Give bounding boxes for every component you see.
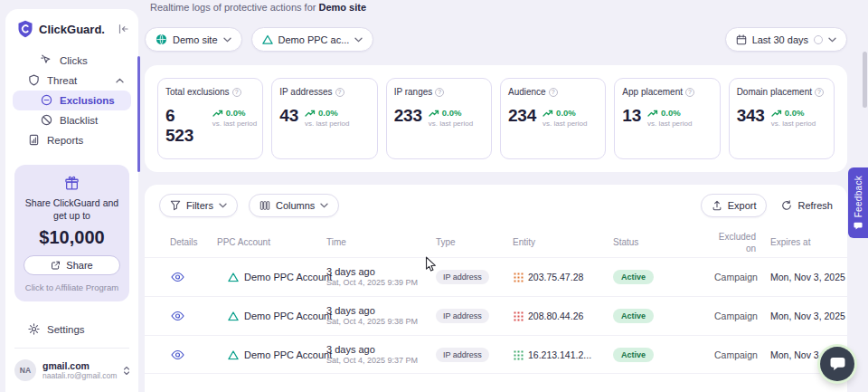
view-details-eye-icon[interactable]: [171, 272, 184, 282]
stat-trend: 0.0%: [785, 108, 805, 118]
stat-label: Audience: [508, 87, 546, 97]
google-ads-icon: [262, 34, 273, 44]
feedback-tab[interactable]: Feedback: [848, 167, 868, 238]
logo-row: ClickGuard.: [13, 18, 131, 51]
row-time: 3 days ago Sat, Oct 4, 2025 9:37 PM: [326, 344, 418, 366]
sidebar-item-settings[interactable]: Settings: [13, 318, 131, 340]
row-time: 3 days ago Sat, Oct 4, 2025 9:38 PM: [326, 305, 418, 327]
row-ppc-account: Demo PPC Account: [244, 349, 332, 360]
sidebar: ClickGuard. Clicks Threat Exclusions Bla…: [5, 9, 138, 392]
filters-dropdown[interactable]: Filters: [159, 194, 238, 217]
chevron-up-icon: [116, 78, 124, 83]
col-header-entity[interactable]: Entity: [513, 237, 535, 247]
ip-identicon: [513, 272, 524, 282]
share-icon: [51, 261, 61, 271]
sidebar-item-exclusions[interactable]: Exclusions: [13, 91, 131, 110]
table-toolbar: Filters Columns Export Refresh: [145, 185, 847, 217]
reports-icon: [27, 134, 40, 146]
info-icon[interactable]: [685, 88, 694, 97]
stat-label: IP ranges: [394, 87, 433, 97]
info-icon[interactable]: [335, 88, 344, 97]
feedback-chat-icon: [854, 222, 863, 230]
stat-trend: 0.0%: [442, 108, 462, 118]
row-entity: 203.75.47.28: [528, 272, 583, 282]
row-time: 3 days ago Sat, Oct 4, 2025 9:39 PM: [326, 266, 418, 288]
columns-icon: [259, 200, 270, 211]
chevron-down-icon: [219, 203, 227, 208]
site-filter-dropdown[interactable]: Demo site: [145, 27, 242, 52]
export-button[interactable]: Export: [701, 194, 768, 217]
ppc-account-filter-dropdown[interactable]: Demo PPC ac...: [251, 27, 374, 52]
type-badge: IP address: [436, 270, 489, 284]
account-email: naatali.ro@gmail.com: [42, 371, 117, 380]
sidebar-item-clicks[interactable]: Clicks: [13, 51, 131, 71]
sidebar-item-reports[interactable]: Reports: [13, 130, 131, 150]
info-icon[interactable]: [549, 88, 558, 97]
refresh-button[interactable]: Refresh: [781, 200, 833, 211]
stat-compare: vs. last period: [212, 120, 256, 128]
chevron-down-icon: [223, 37, 231, 43]
google-ads-icon: [228, 272, 239, 282]
view-details-eye-icon[interactable]: [171, 349, 184, 359]
filter-row: Demo site Demo PPC ac... Last 30 days: [145, 27, 847, 52]
row-ppc-account: Demo PPC Account: [244, 311, 332, 321]
account-name: gmail.com: [42, 360, 117, 372]
sidebar-item-label: Exclusions: [60, 95, 115, 106]
account-menu[interactable]: NA gmail.com naatali.ro@gmail.com: [13, 356, 131, 385]
globe-icon: [156, 33, 167, 45]
stat-label: Total exclusions: [165, 87, 230, 97]
circle-minus-icon: [40, 94, 52, 106]
share-button[interactable]: Share: [24, 255, 120, 275]
sidebar-item-blacklist[interactable]: Blacklist: [13, 110, 131, 130]
clear-circle-icon[interactable]: [814, 35, 823, 44]
col-header-status[interactable]: Status: [613, 237, 638, 247]
stat-compare: vs. last period: [542, 120, 587, 128]
page-subtitle: Realtime logs of protective actions for …: [150, 2, 366, 13]
col-header-expires-at[interactable]: Expires at: [770, 237, 810, 247]
calendar-icon: [736, 34, 747, 45]
chevron-down-icon: [828, 37, 836, 43]
info-icon[interactable]: [815, 88, 824, 97]
page-scrollbar[interactable]: [863, 52, 867, 108]
stat-trend: 0.0%: [661, 108, 681, 118]
row-entity: 16.213.141.2...: [528, 349, 591, 360]
stat-value: 6 523: [165, 106, 206, 146]
sidebar-item-label: Reports: [47, 135, 83, 146]
chevron-updown-icon: [123, 366, 130, 376]
stat-trend: 0.0%: [556, 108, 576, 118]
col-header-excluded-on[interactable]: Excluded on: [714, 232, 756, 254]
col-header-type[interactable]: Type: [436, 237, 456, 247]
stat-card-total-exclusions: Total exclusions 6 523 0.0% vs. last per…: [157, 78, 263, 159]
chat-launcher-button[interactable]: [820, 347, 854, 381]
trend-up-icon: [429, 109, 439, 118]
row-entity: 208.80.44.26: [528, 311, 583, 321]
ip-identicon: [513, 311, 524, 321]
col-header-time[interactable]: Time: [326, 237, 346, 247]
columns-dropdown[interactable]: Columns: [249, 194, 339, 217]
collapse-sidebar-icon[interactable]: [118, 24, 129, 34]
info-icon[interactable]: [232, 88, 241, 97]
trend-up-icon: [542, 109, 553, 118]
promo-amount: $10,000: [21, 227, 123, 248]
sidebar-item-threat[interactable]: Threat: [13, 71, 131, 91]
view-details-eye-icon[interactable]: [171, 311, 184, 321]
google-ads-icon: [228, 349, 239, 359]
date-range-dropdown[interactable]: Last 30 days: [725, 27, 847, 52]
trend-up-icon: [771, 109, 782, 118]
refresh-icon: [781, 200, 792, 211]
affiliate-promo-card[interactable]: Share ClickGuard and get up to $10,000 S…: [14, 165, 129, 301]
sidebar-scrollbar[interactable]: [137, 56, 140, 172]
affiliate-link[interactable]: Click to Affiliate Program: [21, 282, 123, 292]
exclusions-table-panel: Filters Columns Export Refresh: [145, 185, 847, 392]
row-excluded-on: Campaign: [714, 311, 758, 321]
col-header-ppc-account[interactable]: PPC Account: [217, 237, 270, 247]
info-icon[interactable]: [435, 88, 444, 97]
col-header-details[interactable]: Details: [170, 237, 198, 247]
status-badge: Active: [613, 270, 654, 284]
row-expires-at: Mon, Nov 3, 2025: [770, 272, 845, 282]
stat-value: 13: [622, 106, 641, 126]
stats-panel: Total exclusions 6 523 0.0% vs. last per…: [145, 65, 847, 172]
table-header-row: Details PPC Account Time Type Entity Sta…: [145, 226, 847, 257]
table-row: Demo PPC Account 3 days ago Sat, Oct 4, …: [145, 257, 847, 296]
sidebar-item-label: Blacklist: [60, 115, 98, 126]
